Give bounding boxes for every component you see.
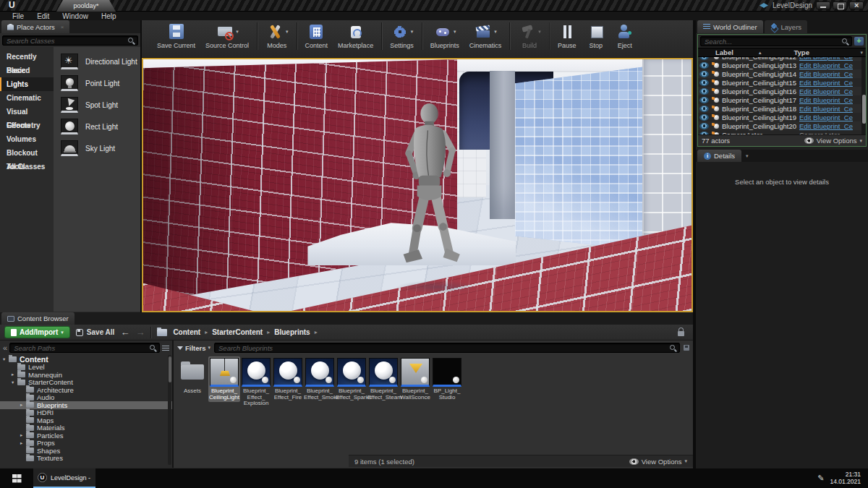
sort-ascending-icon[interactable]: ▲: [758, 51, 762, 55]
start-button[interactable]: [0, 468, 33, 488]
outliner-actor-row[interactable]: Blueprint_CeilingLight19 Edit Blueprint_…: [698, 113, 866, 121]
save-all-button[interactable]: Save All: [76, 328, 115, 336]
outliner-actor-row[interactable]: Blueprint_CeilingLight15 Edit Blueprint_…: [698, 78, 866, 87]
expander-arrow-icon[interactable]: [20, 432, 26, 438]
toolbar-button[interactable]: ▾ Marketplace: [333, 22, 382, 50]
search-blueprints-input[interactable]: [215, 343, 679, 352]
placeable-actor-item[interactable]: Directional Light: [61, 51, 140, 72]
visibility-eye-icon[interactable]: [699, 57, 709, 60]
visibility-eye-icon[interactable]: [699, 132, 709, 135]
outliner-actor-row[interactable]: Blueprint_CeilingLight16 Edit Blueprint_…: [698, 87, 866, 95]
toolbar-button[interactable]: ▾ Content: [300, 22, 333, 50]
maximize-button[interactable]: [833, 1, 847, 9]
chevron-down-icon[interactable]: ▾: [494, 29, 497, 35]
category-item[interactable]: Geometry: [0, 119, 54, 132]
actor-type-link[interactable]: Edit Blueprint_Ce: [799, 122, 866, 130]
navigate-back-button[interactable]: ←: [120, 328, 129, 337]
label-column-header[interactable]: Label: [698, 48, 733, 56]
asset-tile[interactable]: Blueprint_ CeilingLight: [208, 356, 240, 402]
chevron-down-icon[interactable]: ▾: [538, 29, 541, 35]
asset-tile[interactable]: Blueprint_ Effect_Fire: [272, 356, 304, 402]
pen-input-icon[interactable]: ✎: [817, 474, 824, 483]
breadcrumb-chevron-icon[interactable]: ▸: [315, 329, 318, 335]
toolbar-button[interactable]: ▾ Blueprints: [425, 22, 464, 50]
folder-tree-item[interactable]: Textures: [0, 455, 172, 463]
outliner-actor-row[interactable]: CameraActor CameraActor: [698, 130, 866, 134]
folder-tree-item[interactable]: Mannequin: [0, 371, 172, 379]
view-options-button[interactable]: View Options ▾: [629, 458, 687, 466]
visibility-eye-icon[interactable]: [699, 62, 709, 69]
asset-tile[interactable]: Blueprint_ Effect_ Explosion: [240, 356, 272, 408]
tree-scrollbar[interactable]: [168, 355, 171, 465]
breadcrumb-chevron-icon[interactable]: ▸: [267, 329, 270, 335]
tab-layers[interactable]: Layers: [765, 20, 808, 33]
search-paths-input[interactable]: [10, 343, 159, 352]
toolbar-button[interactable]: ▾ Source Control: [200, 22, 258, 50]
category-item[interactable]: Volumes: [0, 132, 54, 146]
outliner-actor-row[interactable]: Blueprint_CeilingLight13 Edit Blueprint_…: [698, 61, 866, 69]
menu-item[interactable]: Help: [95, 12, 123, 20]
visibility-eye-icon[interactable]: [699, 106, 709, 112]
tab-place-actors[interactable]: Place Actors ×: [1, 20, 69, 33]
expander-arrow-icon[interactable]: [12, 380, 17, 385]
asset-tile[interactable]: BP_Light_ Studio: [431, 356, 463, 402]
filters-button[interactable]: Filters ▾: [177, 343, 210, 353]
placeable-actor-item[interactable]: Spot Light: [61, 94, 140, 116]
viewport-3d[interactable]: [142, 58, 693, 312]
chevron-down-icon[interactable]: ▾: [454, 29, 456, 35]
taskbar-app-button[interactable]: U LevelDesign - Unre...: [33, 468, 95, 488]
visibility-eye-icon[interactable]: [699, 114, 709, 121]
outliner-actor-row[interactable]: Blueprint_CeilingLight14 Edit Blueprint_…: [698, 69, 866, 78]
category-item[interactable]: Visual Effects: [0, 105, 54, 119]
tree-scrollbar-thumb[interactable]: [169, 356, 171, 382]
tree-settings-icon[interactable]: [162, 345, 169, 351]
breadcrumb-chevron-icon[interactable]: ▸: [205, 329, 208, 335]
tab-content-browser[interactable]: Content Browser: [1, 312, 75, 325]
asset-tile[interactable]: Blueprint_ Effect_Sparks: [336, 356, 367, 402]
tutorial-cap-icon[interactable]: [760, 3, 768, 9]
placeable-actor-item[interactable]: Sky Light: [61, 137, 140, 159]
folder-tree-item[interactable]: Level: [0, 364, 172, 372]
outliner-actor-row[interactable]: Blueprint_CeilingLight18 Edit Blueprint_…: [698, 104, 866, 113]
add-import-button[interactable]: Add/Import ▾: [4, 326, 70, 338]
breadcrumb-item[interactable]: StarterContent: [212, 328, 263, 336]
close-button[interactable]: [849, 1, 864, 9]
chevron-down-icon[interactable]: ▾: [411, 29, 414, 35]
new-folder-icon[interactable]: +: [854, 37, 864, 46]
actor-type-link[interactable]: Edit Blueprint_Ce: [799, 61, 866, 69]
outliner-actor-row[interactable]: Blueprint_CeilingLight20 Edit Blueprint_…: [698, 121, 866, 130]
category-item[interactable]: Cinematic: [0, 91, 54, 105]
toolbar-button[interactable]: ▾ Settings: [385, 22, 422, 50]
outliner-search-input[interactable]: [701, 37, 851, 46]
toolbar-button[interactable]: ▾ Stop: [582, 22, 610, 50]
type-filter-icon[interactable]: ▾: [860, 50, 863, 56]
asset-tile[interactable]: Blueprint_ WallSconce: [399, 356, 431, 402]
close-tab-icon[interactable]: ×: [61, 24, 64, 30]
visibility-eye-icon[interactable]: [699, 123, 709, 129]
category-item[interactable]: Blockout Tools: [0, 146, 54, 160]
actor-type-link[interactable]: Edit Blueprint_Ce: [799, 114, 866, 121]
visibility-eye-icon[interactable]: [699, 88, 709, 95]
actor-type-link[interactable]: Edit Blueprint_Ce: [799, 105, 866, 113]
level-document-tab[interactable]: poolday*: [56, 0, 116, 12]
toolbar-button[interactable]: ▾ Modes: [260, 22, 297, 50]
category-item[interactable]: Recently Placed: [0, 50, 54, 64]
asset-tile[interactable]: Blueprint_ Effect_Smoke: [304, 356, 336, 402]
visibility-eye-icon[interactable]: [699, 80, 709, 86]
chevron-down-icon[interactable]: ▾: [286, 29, 289, 35]
visibility-eye-icon[interactable]: [699, 71, 709, 77]
actor-type-link[interactable]: Edit Blueprint_Ce: [799, 70, 866, 78]
toolbar-button[interactable]: ▾ Cinematics: [464, 22, 511, 50]
asset-tile[interactable]: Blueprint_ Effect_Steam: [367, 356, 399, 402]
search-classes-input[interactable]: [3, 36, 137, 45]
taskbar-clock[interactable]: 21:31 14.01.2021: [830, 471, 861, 485]
actor-type-link[interactable]: Edit Blueprint_Ce: [799, 96, 866, 104]
visibility-eye-icon[interactable]: [699, 97, 709, 103]
actor-type-link[interactable]: CameraActor: [799, 131, 866, 135]
chevron-down-icon[interactable]: ▾: [236, 29, 239, 35]
actor-type-link[interactable]: Edit Blueprint_Ce: [799, 87, 866, 95]
outliner-scrollbar[interactable]: [861, 57, 866, 134]
breadcrumb-item[interactable]: Content: [173, 328, 200, 336]
expander-arrow-icon[interactable]: [3, 356, 9, 362]
tab-options-chevron-icon[interactable]: ▾: [746, 153, 749, 159]
